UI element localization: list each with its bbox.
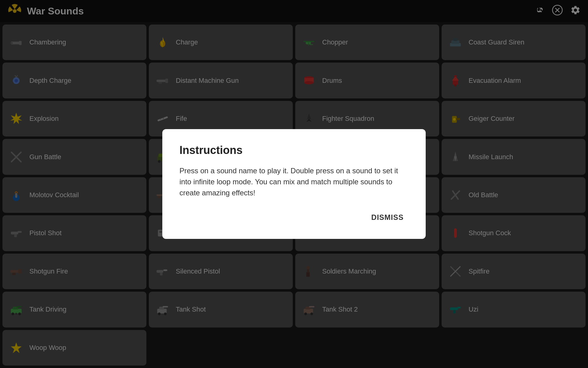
- modal-title: Instructions: [179, 144, 409, 157]
- dismiss-button[interactable]: DISMISS: [366, 211, 409, 224]
- modal-footer: DISMISS: [179, 211, 409, 224]
- modal-body: Press on a sound name to play it. Double…: [179, 165, 409, 198]
- modal-overlay[interactable]: Instructions Press on a sound name to pl…: [0, 0, 588, 368]
- instructions-modal: Instructions Press on a sound name to pl…: [162, 129, 426, 239]
